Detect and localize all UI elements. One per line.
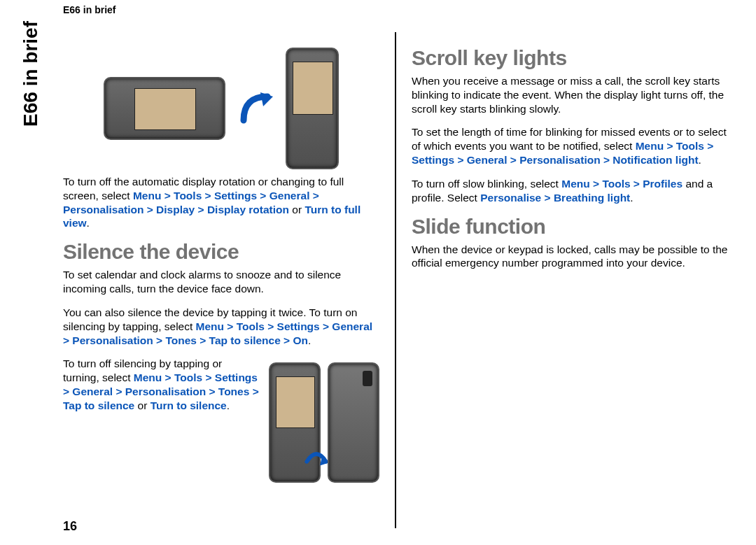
rotation-arrow-icon bbox=[238, 91, 273, 126]
scroll-p1: When you receive a message or miss a cal… bbox=[412, 74, 728, 115]
side-tab: E66 in brief bbox=[20, 0, 42, 21]
text: . bbox=[630, 192, 633, 204]
rotation-paragraph: To turn off the automatic display rotati… bbox=[63, 175, 379, 230]
scroll-p3: To turn off slow blinking, select Menu >… bbox=[412, 177, 728, 205]
phone-back-icon bbox=[328, 362, 379, 483]
slide-p1: When the device or keypad is locked, cal… bbox=[412, 243, 728, 271]
phone-portrait-icon bbox=[286, 48, 339, 169]
right-column: Scroll key lights When you receive a mes… bbox=[395, 32, 728, 528]
heading-scroll: Scroll key lights bbox=[412, 46, 728, 70]
page-number: 16 bbox=[63, 519, 77, 534]
left-column: To turn off the automatic display rotati… bbox=[63, 32, 395, 528]
phone-screen-icon bbox=[276, 376, 315, 428]
silence-p3-wrap: To turn off silencing by tapping or turn… bbox=[63, 357, 379, 488]
content-columns: To turn off the automatic display rotati… bbox=[63, 8, 728, 528]
text: or bbox=[289, 204, 304, 215]
menu-path: Turn to silence bbox=[150, 399, 227, 411]
text: or bbox=[134, 399, 150, 411]
phone-landscape-icon bbox=[104, 77, 225, 140]
flip-arrow-icon bbox=[304, 441, 329, 467]
silence-p1: To set calendar and clock alarms to snoo… bbox=[63, 268, 379, 296]
rotation-figure bbox=[63, 49, 379, 168]
manual-page: E66 in brief E66 in brief 16 To turn off… bbox=[0, 0, 756, 545]
phone-screen-icon bbox=[293, 62, 333, 115]
silence-p2: You can also silence the device by tappi… bbox=[63, 306, 379, 347]
scroll-p2: To set the length of time for blinking f… bbox=[412, 125, 728, 167]
heading-silence: Silence the device bbox=[63, 240, 379, 264]
phone-screen-icon bbox=[134, 88, 196, 130]
tap-figure bbox=[269, 360, 379, 486]
side-tab-text: E66 in brief bbox=[20, 21, 42, 127]
menu-path: Menu > Tools > Profiles bbox=[561, 178, 682, 190]
text: . bbox=[87, 217, 90, 229]
running-head: E66 in brief bbox=[63, 4, 115, 15]
text: . bbox=[227, 399, 230, 411]
menu-path: Personalise > Breathing light bbox=[480, 192, 630, 204]
heading-slide: Slide function bbox=[412, 215, 728, 239]
text: . bbox=[308, 334, 311, 346]
text: To turn off slow blinking, select bbox=[412, 178, 561, 190]
text: . bbox=[699, 154, 701, 166]
svg-marker-0 bbox=[260, 92, 273, 106]
